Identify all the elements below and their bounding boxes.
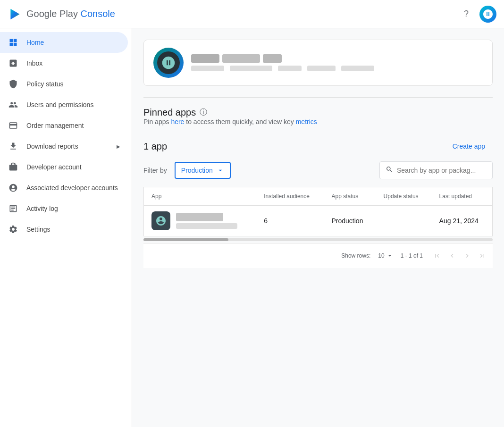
section-title: Pinned apps ⓘ: [143, 107, 317, 118]
sidebar-item-home[interactable]: Home: [0, 32, 128, 53]
inbox-icon: [8, 59, 19, 68]
sidebar-item-developer-account[interactable]: Developer account: [0, 157, 128, 177]
col-update-status: Update status: [376, 187, 432, 206]
developer-name-blurred: [191, 54, 282, 63]
pinned-apps-title: Pinned apps: [143, 107, 196, 118]
app-container: Home Inbox Policy status Users and permi…: [0, 28, 504, 427]
sidebar-item-associated-developer[interactable]: Associated developer accounts: [0, 177, 128, 198]
chevron-down-icon: [217, 167, 224, 174]
sidebar-item-dev-account-label: Developer account: [26, 163, 82, 171]
credit-card-icon: [8, 121, 19, 130]
info-icon[interactable]: ⓘ: [200, 108, 207, 117]
shield-icon: [8, 79, 19, 89]
last-page-button[interactable]: [476, 249, 489, 262]
cell-update-status: [376, 206, 432, 236]
cell-last-updated: Aug 21, 2024: [432, 206, 493, 236]
sidebar-item-download-reports[interactable]: Download reports ▶: [0, 136, 128, 157]
header-right: ?: [459, 6, 496, 23]
metrics-link[interactable]: metrics: [296, 118, 317, 126]
briefcase-icon: [8, 162, 19, 172]
apps-header: 1 app Create app: [143, 139, 493, 154]
search-input[interactable]: [397, 167, 487, 174]
help-icon[interactable]: ?: [459, 7, 474, 22]
apps-table: App Installed audience App status Update…: [143, 187, 493, 236]
table-scrollbar[interactable]: [143, 238, 493, 241]
sidebar-item-activity-log[interactable]: Activity log: [0, 198, 128, 219]
table-scrollbar-thumb[interactable]: [143, 238, 228, 241]
show-rows-label: Show rows:: [341, 252, 370, 259]
app-header: Google Play Console ?: [0, 0, 504, 28]
pinned-apps-header: Pinned apps ⓘ Pin apps here to access th…: [143, 107, 493, 135]
production-filter[interactable]: Production: [175, 162, 231, 179]
filter-row: Filter by Production: [143, 161, 493, 179]
developer-info: [191, 54, 483, 71]
app-name-blurred: [176, 213, 237, 229]
sidebar: Home Inbox Policy status Users and permi…: [0, 28, 132, 427]
sidebar-item-order-management[interactable]: Order management: [0, 115, 128, 136]
download-icon: [8, 142, 19, 151]
sidebar-item-inbox[interactable]: Inbox: [0, 53, 128, 74]
filter-value: Production: [181, 167, 213, 174]
developer-avatar: [153, 48, 184, 78]
sidebar-item-associated-label: Associated developer accounts: [26, 184, 118, 192]
sidebar-item-settings[interactable]: Settings: [0, 219, 128, 240]
header-left: Google Play Console: [8, 7, 115, 22]
sidebar-item-inbox-label: Inbox: [26, 59, 42, 67]
pagination-buttons: [430, 249, 489, 262]
list-alt-icon: [8, 204, 19, 213]
filter-by-label: Filter by: [143, 167, 167, 174]
grid-icon: [8, 38, 19, 47]
cell-app: [144, 206, 257, 236]
prev-page-button[interactable]: [445, 249, 459, 262]
sidebar-item-policy-label: Policy status: [26, 80, 64, 88]
section-subtitle: Pin apps here to access them quickly, an…: [143, 118, 317, 126]
settings-icon: [8, 225, 19, 234]
col-app-status: App status: [324, 187, 376, 206]
sidebar-item-activity-label: Activity log: [26, 205, 58, 212]
apps-count: 1 app: [143, 141, 167, 152]
section-divider: [143, 97, 493, 98]
first-page-button[interactable]: [430, 249, 444, 262]
cell-app-status: Production: [324, 206, 376, 236]
rows-value: 10: [378, 252, 384, 259]
app-icon-thumbnail: [151, 211, 170, 230]
play-logo-icon: [8, 7, 23, 22]
rows-per-page-select[interactable]: 10: [378, 252, 393, 259]
pagination-row: Show rows: 10 1 - 1 of 1: [143, 243, 493, 268]
col-installed-audience: Installed audience: [256, 187, 324, 206]
sidebar-item-settings-label: Settings: [26, 226, 50, 233]
expand-icon: ▶: [117, 144, 120, 149]
here-link[interactable]: here: [171, 118, 184, 126]
developer-card: [143, 40, 493, 86]
cell-installed-audience: 6: [256, 206, 324, 236]
developer-meta-row: [191, 66, 483, 71]
developer-name-row: [191, 54, 483, 63]
table-row[interactable]: 6 Production Aug 21, 2024: [144, 206, 493, 236]
section-title-area: Pinned apps ⓘ Pin apps here to access th…: [143, 107, 317, 135]
page-info: 1 - 1 of 1: [401, 252, 423, 259]
table-header-row: App Installed audience App status Update…: [144, 187, 493, 206]
sidebar-item-home-label: Home: [26, 39, 44, 46]
search-box[interactable]: [379, 161, 493, 179]
search-icon: [386, 166, 393, 175]
people-icon: [8, 100, 19, 109]
col-app: App: [144, 187, 257, 206]
header-title: Google Play Console: [26, 8, 115, 19]
app-row-info: [151, 211, 249, 230]
sidebar-item-download-label: Download reports: [26, 142, 78, 150]
sidebar-item-policy-status[interactable]: Policy status: [0, 74, 128, 94]
sidebar-item-users-label: Users and permissions: [26, 101, 93, 109]
col-last-updated: Last updated: [432, 187, 493, 206]
main-content: Pinned apps ⓘ Pin apps here to access th…: [132, 28, 504, 427]
account-circle-icon: [8, 183, 19, 193]
sidebar-item-users-permissions[interactable]: Users and permissions: [0, 94, 128, 115]
sidebar-item-order-label: Order management: [26, 122, 84, 129]
avatar[interactable]: [479, 6, 496, 23]
next-page-button[interactable]: [461, 249, 474, 262]
rows-chevron-icon: [386, 252, 393, 259]
create-app-button[interactable]: Create app: [445, 139, 493, 154]
developer-avatar-inner: [157, 51, 180, 74]
